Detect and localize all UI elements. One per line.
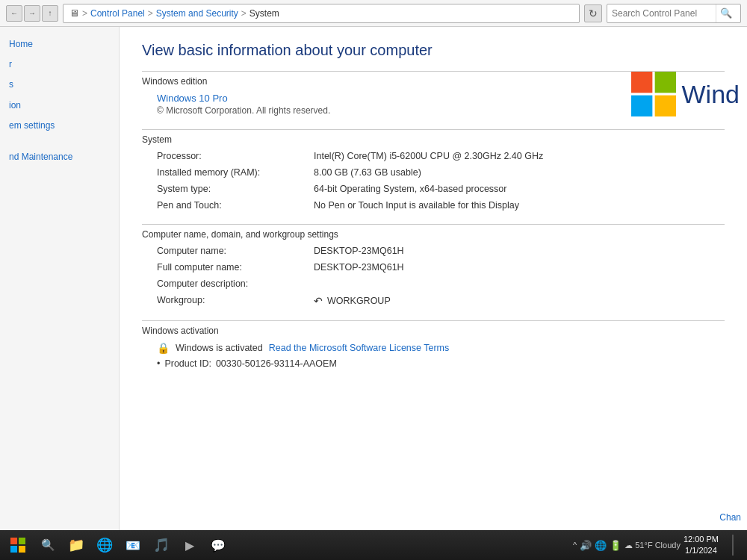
tray-volume-icon[interactable]: 🔊 <box>580 540 592 551</box>
ram-label: Installed memory (RAM): <box>157 167 306 178</box>
search-input[interactable] <box>607 7 716 20</box>
main-layout: Home r s ion em settings nd Maintenance … <box>0 27 747 530</box>
start-button[interactable] <box>4 532 31 559</box>
tray-network-icon[interactable]: 🌐 <box>595 540 607 551</box>
nav-arrows: ← → ↑ <box>6 5 58 22</box>
breadcrumb-system: System <box>249 8 279 19</box>
computer-name-table: Computer name: DESKTOP-23MQ61H Full comp… <box>142 246 725 307</box>
computer-desc-label: Computer description: <box>157 279 306 289</box>
processor-label: Processor: <box>157 151 306 161</box>
computer-desc-value <box>314 279 725 289</box>
computer-name-section: Computer name, domain, and workgroup set… <box>142 224 725 307</box>
system-info-table: Processor: Intel(R) Core(TM) i5-6200U CP… <box>142 151 725 211</box>
svg-rect-1 <box>654 72 675 93</box>
system-type-label: System type: <box>157 184 306 194</box>
sidebar-item-home[interactable]: Home <box>0 34 119 55</box>
search-icon[interactable]: 🔍 <box>716 4 735 22</box>
computer-name-label: Computer name: <box>157 246 306 256</box>
clock-time: 12:00 PM <box>684 534 719 545</box>
svg-rect-2 <box>631 96 652 116</box>
taskbar-media-icon[interactable]: ▶ <box>176 532 203 559</box>
windows-activation-section: Windows activation 🔒 Windows is activate… <box>142 320 725 369</box>
sidebar-item-nd-maintenance[interactable]: nd Maintenance <box>0 147 119 167</box>
windows-brand-text: Wind <box>682 80 740 109</box>
svg-rect-0 <box>631 72 652 93</box>
taskbar-search-icon[interactable]: 🔍 <box>34 532 61 559</box>
content-area: View basic information about your comput… <box>120 27 747 530</box>
clock-date: 1/1/2024 <box>684 545 719 556</box>
breadcrumb: 🖥 > Control Panel > System and Security … <box>63 4 580 23</box>
taskbar-spotify-icon[interactable]: 🎵 <box>148 532 175 559</box>
show-desktop-button[interactable] <box>722 532 743 559</box>
taskbar-weather: ☁ 51°F Cloudy <box>624 541 681 550</box>
shield-icon: 🔒 <box>157 342 170 354</box>
activation-section-title: Windows activation <box>142 326 725 336</box>
home-icon: 🖥 <box>69 7 79 19</box>
taskbar-items: 🔍 📁 🌐 📧 🎵 ▶ 💬 <box>34 532 570 559</box>
activation-row: 🔒 Windows is activated Read the Microsof… <box>142 342 725 354</box>
bullet-icon: • <box>157 358 160 369</box>
tray-expand-icon[interactable]: ^ <box>573 541 577 550</box>
taskbar-mail-icon[interactable]: 📧 <box>120 532 146 559</box>
product-id-row: • Product ID: 00330-50126-93114-AAOEM <box>142 358 725 369</box>
pen-touch-label: Pen and Touch: <box>157 200 306 211</box>
processor-value: Intel(R) Core(TM) i5-6200U CPU @ 2.30GHz… <box>314 151 725 161</box>
windows-flag-icon <box>631 72 676 116</box>
taskbar-file-explorer-icon[interactable]: 📁 <box>63 532 90 559</box>
full-computer-name-value: DESKTOP-23MQ61H <box>314 262 725 273</box>
breadcrumb-system-security[interactable]: System and Security <box>156 8 238 19</box>
up-button[interactable]: ↑ <box>42 5 58 22</box>
sys-tray: ^ 🔊 🌐 🔋 <box>573 540 622 551</box>
pen-touch-value: No Pen or Touch Input is available for t… <box>314 200 725 211</box>
system-section-title: System <box>142 134 725 145</box>
svg-rect-6 <box>10 546 17 553</box>
taskbar-chat-icon[interactable]: 💬 <box>205 532 232 559</box>
address-bar: ← → ↑ 🖥 > Control Panel > System and Sec… <box>0 0 747 27</box>
workgroup-value: ↶ WORKGROUP <box>314 295 725 307</box>
system-type-value: 64-bit Operating System, x64-based proce… <box>314 184 725 194</box>
search-box[interactable]: 🔍 <box>607 4 741 23</box>
sidebar: Home r s ion em settings nd Maintenance <box>0 27 120 530</box>
sidebar-item-r[interactable]: r <box>0 55 119 75</box>
computer-name-section-title: Computer name, domain, and workgroup set… <box>142 229 725 240</box>
breadcrumb-control-panel[interactable]: Control Panel <box>90 8 145 19</box>
activated-text: Windows is activated <box>176 343 263 353</box>
svg-rect-5 <box>19 538 25 544</box>
taskbar: 🔍 📁 🌐 📧 🎵 ▶ 💬 ^ 🔊 🌐 🔋 ☁ 51°F Cloudy 12:0… <box>0 530 747 560</box>
forward-button[interactable]: → <box>24 5 40 22</box>
sidebar-item-em-settings[interactable]: em settings <box>0 116 119 136</box>
ram-value: 8.00 GB (7.63 GB usable) <box>314 167 725 178</box>
ms-license-link[interactable]: Read the Microsoft Software License Term… <box>269 343 450 353</box>
svg-rect-4 <box>10 538 17 544</box>
sidebar-item-ion[interactable]: ion <box>0 96 119 116</box>
refresh-button[interactable]: ↻ <box>584 4 602 22</box>
tray-battery-icon[interactable]: 🔋 <box>610 540 622 551</box>
start-icon <box>10 538 25 553</box>
svg-rect-7 <box>19 546 25 553</box>
cursor-icon: ↶ <box>314 295 323 307</box>
weather-text: 51°F Cloudy <box>635 541 681 550</box>
taskbar-browser-icon[interactable]: 🌐 <box>91 532 118 559</box>
windows-logo-area: Wind <box>631 72 740 116</box>
product-id-label: Product ID: <box>164 358 211 369</box>
taskbar-clock: 12:00 PM 1/1/2024 <box>684 534 719 557</box>
system-section: System Processor: Intel(R) Core(TM) i5-6… <box>142 129 725 211</box>
workgroup-label: Workgroup: <box>157 295 306 307</box>
sidebar-item-s[interactable]: s <box>0 75 119 95</box>
svg-rect-3 <box>654 96 675 116</box>
page-title: View basic information about your comput… <box>142 42 725 59</box>
computer-name-value: DESKTOP-23MQ61H <box>314 246 725 256</box>
full-computer-name-label: Full computer name: <box>157 262 306 273</box>
product-id-value: 00330-50126-93114-AAOEM <box>216 358 337 369</box>
right-panel-change-link[interactable]: Chan <box>719 512 741 523</box>
back-button[interactable]: ← <box>6 5 22 22</box>
weather-icon: ☁ <box>624 541 633 550</box>
